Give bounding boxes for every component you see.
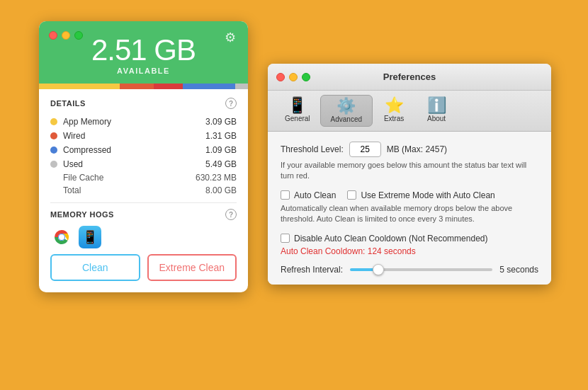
app-memory-value: 3.09 GB xyxy=(205,117,237,127)
extreme-clean-button[interactable]: Extreme Clean xyxy=(147,254,237,281)
compressed-dot xyxy=(50,147,57,154)
pref-close-button[interactable] xyxy=(276,73,285,81)
chrome-icon xyxy=(50,226,73,248)
hogs-title: MEMORY HOGS xyxy=(50,210,114,219)
refresh-label: Refresh Interval: xyxy=(281,265,343,275)
extreme-mode-checkbox[interactable] xyxy=(347,190,356,200)
button-row: Clean Extreme Clean xyxy=(50,254,237,284)
file-cache-label: File Cache xyxy=(63,173,196,183)
tab-about[interactable]: ℹ️ About xyxy=(415,95,458,127)
hogs-section: MEMORY HOGS ? 📱 xyxy=(50,209,237,248)
hogs-help-icon[interactable]: ? xyxy=(225,209,237,220)
file-cache-row: File Cache 630.23 MB xyxy=(50,171,237,184)
app-memory-label: App Memory xyxy=(63,117,205,127)
bar-used xyxy=(183,84,235,89)
used-value: 5.49 GB xyxy=(205,159,237,169)
header: ⚙ 2.51 GB AVAILABLE xyxy=(39,21,248,84)
pref-maximize-button[interactable] xyxy=(302,73,310,81)
bar-app-memory xyxy=(39,84,120,89)
left-body: DETAILS ? App Memory 3.09 GB Wired 1.31 … xyxy=(39,89,248,292)
pref-toolbar: 📱 General ⚙️ Advanced ⭐ Extras ℹ️ About xyxy=(268,91,551,132)
general-icon: 📱 xyxy=(288,98,307,113)
disable-cooldown-label: Disable Auto Clean Cooldown (Not Recomme… xyxy=(294,234,487,243)
bar-free xyxy=(235,84,248,89)
compressed-row: Compressed 1.09 GB xyxy=(50,143,237,157)
wired-dot xyxy=(50,132,57,139)
disable-cooldown-checkbox[interactable] xyxy=(281,234,290,243)
details-title: DETAILS xyxy=(50,99,86,108)
advanced-label: Advanced xyxy=(331,115,362,123)
clean-button[interactable]: Clean xyxy=(50,254,140,281)
extras-label: Extras xyxy=(384,115,404,122)
threshold-max: MB (Max: 2457) xyxy=(387,144,447,154)
hogs-section-header: MEMORY HOGS ? xyxy=(50,209,237,220)
settings-button[interactable]: ⚙ xyxy=(222,30,238,45)
details-section-header: DETAILS ? xyxy=(50,98,237,109)
wired-label: Wired xyxy=(63,131,205,141)
used-row: Used 5.49 GB xyxy=(50,157,237,171)
advanced-icon: ⚙️ xyxy=(337,98,356,114)
total-row: Total 8.00 GB xyxy=(50,184,237,197)
file-cache-value: 630.23 MB xyxy=(196,173,237,183)
maximize-button[interactable] xyxy=(74,31,83,40)
svg-point-1 xyxy=(59,234,64,240)
about-label: About xyxy=(427,115,446,122)
pref-titlebar: Preferences xyxy=(268,64,551,91)
total-value: 8.00 GB xyxy=(205,185,237,195)
memory-color-bar xyxy=(39,84,248,89)
tab-general[interactable]: 📱 General xyxy=(275,95,320,127)
bar-wired xyxy=(120,84,154,89)
phone-icon: 📱 xyxy=(79,226,101,248)
pref-body: Threshold Level: MB (Max: 2457) If your … xyxy=(268,132,551,285)
cooldown-text: Auto Clean Cooldown: 124 seconds xyxy=(281,246,538,256)
refresh-value: 5 seconds xyxy=(499,265,538,275)
extras-icon: ⭐ xyxy=(385,98,404,113)
wired-row: Wired 1.31 GB xyxy=(50,129,237,143)
disable-cooldown-row: Disable Auto Clean Cooldown (Not Recomme… xyxy=(281,234,538,243)
tab-extras[interactable]: ⭐ Extras xyxy=(373,95,415,127)
threshold-row: Threshold Level: MB (Max: 2457) xyxy=(281,142,538,157)
general-label: General xyxy=(285,115,310,122)
app-memory-row: App Memory 3.09 GB xyxy=(50,115,237,129)
used-label: Used xyxy=(63,159,205,169)
compressed-value: 1.09 GB xyxy=(205,145,237,155)
details-help-icon[interactable]: ? xyxy=(225,98,237,109)
auto-clean-checkbox[interactable] xyxy=(281,190,290,200)
preferences-panel: Preferences 📱 General ⚙️ Advanced ⭐ Extr… xyxy=(268,64,551,285)
auto-clean-row: Auto Clean Use Extreme Mode with Auto Cl… xyxy=(281,190,538,200)
threshold-desc: If your available memory goes below this… xyxy=(281,160,538,182)
threshold-input[interactable] xyxy=(349,142,381,157)
refresh-slider-thumb[interactable] xyxy=(373,264,384,275)
auto-clean-desc: Automatically clean when available memor… xyxy=(281,203,538,225)
extreme-mode-label: Use Extreme Mode with Auto Clean xyxy=(361,190,494,200)
compressed-label: Compressed xyxy=(63,145,205,155)
auto-clean-label: Auto Clean xyxy=(294,190,336,200)
about-icon: ℹ️ xyxy=(427,98,446,113)
refresh-row: Refresh Interval: 5 seconds xyxy=(281,265,538,275)
bar-compressed xyxy=(154,84,182,89)
tab-advanced[interactable]: ⚙️ Advanced xyxy=(320,95,373,127)
close-button[interactable] xyxy=(49,31,57,40)
refresh-slider-track xyxy=(350,268,492,271)
pref-traffic-lights xyxy=(276,73,310,81)
hogs-icons: 📱 xyxy=(50,226,237,248)
memory-amount: 2.51 GB xyxy=(50,35,237,65)
app-memory-dot xyxy=(50,118,57,125)
desktop: ⚙ 2.51 GB AVAILABLE DETAILS ? App Memory… xyxy=(0,0,588,390)
used-dot xyxy=(50,161,57,168)
pref-minimize-button[interactable] xyxy=(289,73,298,81)
threshold-label: Threshold Level: xyxy=(281,144,344,154)
total-label: Total xyxy=(63,185,205,195)
wired-value: 1.31 GB xyxy=(205,131,237,141)
memory-label: AVAILABLE xyxy=(50,67,237,75)
divider xyxy=(50,202,237,203)
left-panel: ⚙ 2.51 GB AVAILABLE DETAILS ? App Memory… xyxy=(39,21,248,292)
traffic-lights xyxy=(49,31,83,40)
pref-title: Preferences xyxy=(383,71,436,82)
minimize-button[interactable] xyxy=(62,31,70,40)
